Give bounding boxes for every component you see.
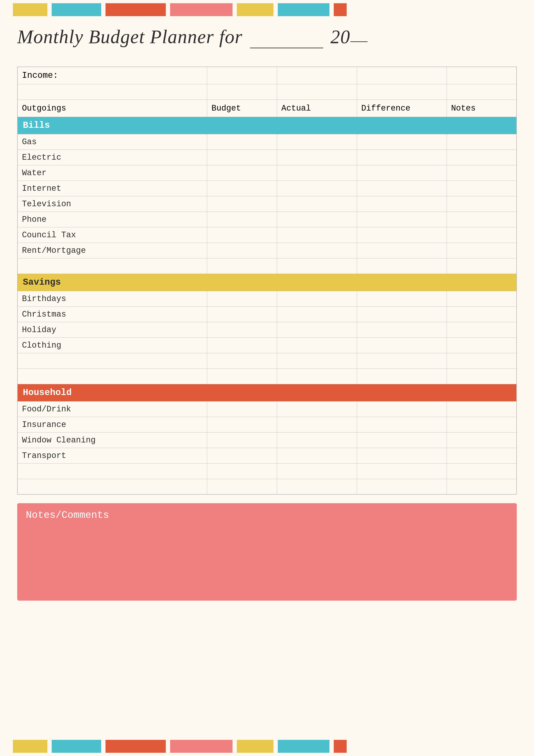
header-budget: Budget: [207, 99, 277, 117]
item-food-drink: Food/Drink: [17, 401, 207, 417]
table-row: Insurance: [17, 417, 517, 432]
item-insurance: Insurance: [17, 417, 207, 432]
item-television: Television: [17, 196, 207, 212]
savings-label: Savings: [17, 274, 517, 291]
income-row: Income:: [17, 67, 517, 84]
table-row: Gas: [17, 134, 517, 149]
bar-teal-2: [278, 3, 329, 16]
income-actual: [277, 67, 357, 84]
table-row: Internet: [17, 180, 517, 196]
blank-row-4: [17, 368, 517, 384]
bar-yellow-2: [237, 3, 273, 16]
item-council-tax: Council Tax: [17, 227, 207, 243]
savings-section-header: Savings: [17, 274, 517, 291]
table-row: Electric: [17, 149, 517, 165]
bar-bottom-yellow-2: [237, 740, 273, 753]
header-difference: Difference: [357, 99, 446, 117]
table-row: Rent/Mortgage: [17, 243, 517, 258]
item-holiday: Holiday: [17, 322, 207, 338]
notes-title: Notes/Comments: [26, 510, 508, 521]
table-row: Council Tax: [17, 227, 517, 243]
bottom-color-bar: [0, 737, 534, 756]
item-christmas: Christmas: [17, 307, 207, 322]
header-notes: Notes: [446, 99, 517, 117]
table-row: Water: [17, 165, 517, 180]
household-label: Household: [17, 384, 517, 401]
bills-section-header: Bills: [17, 117, 517, 134]
item-birthdays: Birthdays: [17, 291, 207, 307]
notes-section: Notes/Comments: [17, 503, 517, 601]
table-row: Transport: [17, 448, 517, 463]
table-row: Food/Drink: [17, 401, 517, 417]
item-window-cleaning: Window Cleaning: [17, 432, 207, 448]
income-difference: [357, 67, 446, 84]
table-row: Window Cleaning: [17, 432, 517, 448]
bar-bottom-red-2: [334, 740, 347, 753]
item-rent-mortgage: Rent/Mortgage: [17, 243, 207, 258]
blank-row-2: [17, 258, 517, 274]
table-row: Phone: [17, 212, 517, 227]
income-notes: [446, 67, 517, 84]
table-row: Clothing: [17, 338, 517, 353]
bar-bottom-red-1: [106, 740, 166, 753]
bar-yellow-1: [13, 3, 47, 16]
bar-teal-1: [52, 3, 101, 16]
budget-table: Income: Outgoings Budget Actual Differen…: [17, 67, 517, 495]
income-budget: [207, 67, 277, 84]
bar-bottom-teal-1: [52, 740, 101, 753]
bar-bottom-teal-2: [278, 740, 329, 753]
bar-red-1: [106, 3, 166, 16]
title-year-blanks: [350, 41, 368, 42]
top-color-bar: [0, 0, 534, 19]
header-outgoings: Outgoings: [17, 99, 207, 117]
item-internet: Internet: [17, 180, 207, 196]
item-water: Water: [17, 165, 207, 180]
table-row: Birthdays: [17, 291, 517, 307]
title-text-2: 20: [331, 26, 350, 47]
bar-pink-1: [170, 3, 233, 16]
bar-bottom-pink-1: [170, 740, 233, 753]
bar-red-2: [334, 3, 347, 16]
item-electric: Electric: [17, 149, 207, 165]
table-row: Christmas: [17, 307, 517, 322]
item-transport: Transport: [17, 448, 207, 463]
household-section-header: Household: [17, 384, 517, 401]
table-row: Television: [17, 196, 517, 212]
blank-row-1: [17, 84, 517, 99]
bar-bottom-yellow-1: [13, 740, 47, 753]
column-headers: Outgoings Budget Actual Difference Notes: [17, 99, 517, 117]
blank-row-6: [17, 479, 517, 494]
title-text-1: Monthly Budget Planner for: [17, 26, 243, 47]
main-container: Income: Outgoings Budget Actual Differen…: [0, 67, 534, 601]
item-gas: Gas: [17, 134, 207, 149]
income-label: Income:: [17, 67, 207, 84]
blank-row-5: [17, 463, 517, 479]
table-row: Holiday: [17, 322, 517, 338]
item-clothing: Clothing: [17, 338, 207, 353]
bills-label: Bills: [17, 117, 517, 134]
item-phone: Phone: [17, 212, 207, 227]
notes-content: [26, 525, 508, 594]
blank-row-3: [17, 353, 517, 368]
title-blank-month: [250, 26, 323, 48]
header-actual: Actual: [277, 99, 357, 117]
